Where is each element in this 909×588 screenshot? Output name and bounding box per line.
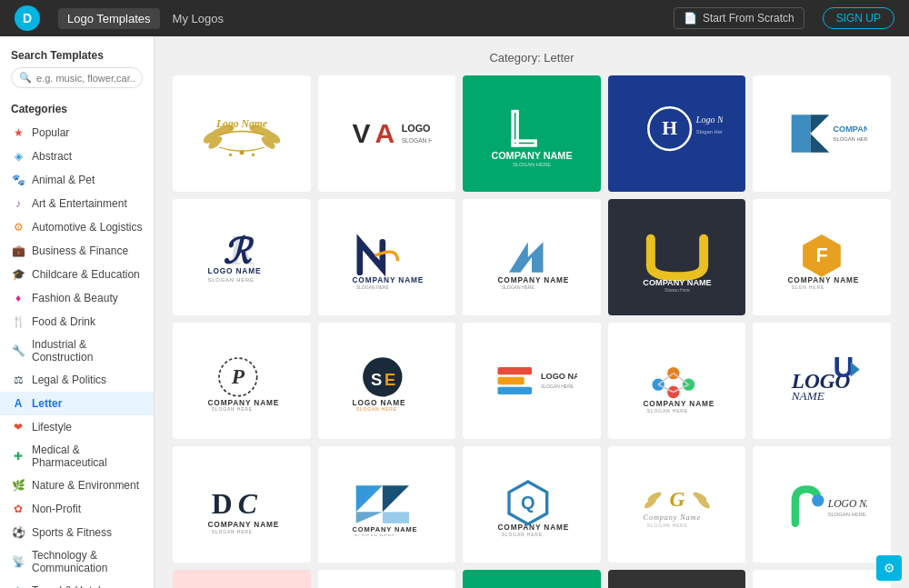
sidebar-item-legal---politics[interactable]: ⚖Legal & Politics [0, 368, 154, 392]
logo-card[interactable] [463, 570, 601, 588]
category-icon: ⚖ [11, 373, 25, 387]
sidebar-item-automotive---logistics[interactable]: ⚙Automotive & Logistics [0, 215, 154, 239]
logo-card[interactable]: V A LOGO NAME SLOGAN HERE [318, 75, 456, 192]
sidebar-item-art---entertainment[interactable]: ♪Art & Entertainment [0, 192, 154, 215]
svg-rect-55 [497, 387, 532, 394]
logo-card[interactable]: D C COMPANY NAME SLOGAN HERE [173, 446, 311, 563]
logo-card[interactable]: Q COMPANY NAME SLOGAN HERE [463, 446, 601, 563]
logo-card[interactable]: R ℛ LOGO NAME SLOGAN HERE [173, 199, 311, 315]
search-icon: 🔍 [19, 72, 32, 84]
sidebar-item-food---drink[interactable]: 🍴Food & Drink [0, 310, 154, 334]
logo-card[interactable] [753, 570, 891, 588]
svg-text:SLOGAN HERE: SLOGAN HERE [828, 512, 866, 517]
logo-card[interactable]: COMPANY NAME Slogan Here [608, 199, 746, 315]
header-nav: Logo Templates My Logos [58, 8, 233, 29]
logo-card[interactable]: F COMPANY NAME SLGN HERE [753, 199, 891, 315]
sidebar-item-fashion---beauty[interactable]: ♦Fashion & Beauty [0, 286, 154, 310]
sidebar-item-abstract[interactable]: ◈Abstract [0, 145, 154, 168]
sidebar-item-letter[interactable]: ALetter [0, 392, 154, 415]
start-from-scratch-button[interactable]: 📄 Start From Scratch [674, 7, 804, 29]
sidebar-item-animal---pet[interactable]: 🐾Animal & Pet [0, 168, 154, 192]
sidebar: Search Templates 🔍 Categories ★Popular◈A… [0, 36, 155, 588]
sidebar-item-medical---pharmaceutical[interactable]: ✚Medical & Pharmaceutical [0, 439, 154, 473]
svg-text:COMPANY NAME: COMPANY NAME [834, 125, 868, 134]
svg-text:F: F [816, 244, 828, 266]
sidebar-item-childcare---education[interactable]: 🎓Childcare & Education [0, 263, 154, 286]
svg-text:S: S [371, 370, 382, 389]
logo-card[interactable]: COMPANY NAME SLOGAN HERE [318, 199, 456, 315]
svg-marker-78 [356, 512, 383, 523]
sidebar-item-popular[interactable]: ★Popular [0, 121, 154, 145]
logo-card[interactable]: G Company Name SLOGAN HERE [608, 446, 746, 563]
signup-button[interactable]: SIGN UP [823, 7, 894, 29]
category-header: Category: Letter [173, 51, 891, 65]
nav-logo-templates[interactable]: Logo Templates [58, 8, 160, 29]
sidebar-item-sports---fitness[interactable]: ⚽Sports & Fitness [0, 521, 154, 544]
logo-card[interactable] [608, 570, 746, 588]
search-section: Search Templates 🔍 [0, 49, 154, 97]
category-icon: 🔧 [11, 344, 25, 358]
svg-text:SLGN HERE: SLGN HERE [792, 284, 824, 289]
category-icon: ⚙ [11, 220, 25, 234]
logo-card[interactable]: COMPANY NAME SLOGAN HERE [318, 446, 456, 563]
svg-point-9 [239, 150, 244, 154]
category-label: Automotive & Logistics [32, 221, 142, 234]
category-label: Travel & Hotel [32, 584, 101, 588]
svg-text:SLOGAN HERE: SLOGAN HERE [502, 532, 543, 536]
svg-text:Logo Name: Logo Name [215, 118, 267, 130]
svg-text:V: V [353, 118, 371, 148]
svg-text:LOGO NAME: LOGO NAME [827, 498, 867, 510]
sidebar-item-travel---hotel[interactable]: ✈Travel & Hotel [0, 579, 154, 588]
logo-card[interactable]: H Logo Name Slogan Here [608, 75, 746, 192]
document-icon: 📄 [684, 12, 697, 25]
settings-button[interactable]: ⚙ [876, 555, 902, 581]
svg-marker-76 [356, 485, 383, 512]
category-icon: ♦ [11, 291, 25, 305]
svg-text:SLOGAN HERE: SLOGAN HERE [834, 136, 868, 142]
logo-card[interactable] [173, 570, 311, 588]
logo-card[interactable]: Logo Name [173, 75, 311, 192]
logo-card[interactable]: COMPANY NAME SLOGAN HERE [463, 75, 601, 192]
category-label: Animal & Pet [32, 174, 95, 186]
svg-text:D: D [211, 488, 232, 520]
logo-card[interactable]: S E LOGO NAME SLOGAN HERE [318, 323, 456, 439]
sidebar-item-lifestyle[interactable]: ❤Lifestyle [0, 415, 154, 439]
category-icon: ✚ [11, 449, 25, 463]
logo-card[interactable]: COMPANY NAME SLOGAN HERE [608, 323, 746, 439]
search-input[interactable] [36, 73, 135, 84]
svg-text:C: C [238, 488, 258, 520]
svg-text:ℛ: ℛ [223, 233, 255, 271]
svg-point-93 [812, 494, 824, 506]
svg-text:LOGO NAME: LOGO NAME [541, 372, 577, 381]
logo-card[interactable]: P COMPANY NAME SLOGAN HERE [173, 323, 311, 439]
svg-marker-79 [383, 512, 409, 523]
logo-card[interactable]: LOGO NAME SLOGAN HERE [753, 446, 891, 563]
svg-text:COMPANY NAME: COMPANY NAME [497, 523, 569, 532]
category-icon: ❤ [11, 420, 25, 434]
svg-text:SLOGAN HERE: SLOGAN HERE [356, 406, 397, 412]
sidebar-item-technology---communication[interactable]: 📡Technology & Communication [0, 544, 154, 579]
app-logo[interactable]: D [15, 5, 40, 31]
logo-card[interactable]: COMPANY NAME SLOGAN HERE [753, 75, 891, 192]
logo-card[interactable] [318, 570, 456, 588]
svg-text:Logo Name: Logo Name [694, 115, 722, 125]
sidebar-item-industrial---construction[interactable]: 🔧Industrial & Construction [0, 334, 154, 368]
sidebar-item-nature---environment[interactable]: 🌿Nature & Environment [0, 473, 154, 497]
logo-card[interactable]: LOGO NAME SLOGAN HERE [463, 323, 601, 439]
category-label: Popular [32, 126, 69, 139]
category-icon: 💼 [11, 244, 25, 258]
category-icon: 🎓 [11, 267, 25, 282]
nav-my-logos[interactable]: My Logos [164, 8, 233, 29]
logo-card[interactable]: LOGO NAME U [753, 323, 891, 439]
sidebar-item-non-profit[interactable]: ✿Non-Profit [0, 497, 154, 521]
svg-text:SLOGAN HERE: SLOGAN HERE [402, 137, 432, 144]
category-label: Sports & Fitness [32, 526, 112, 539]
logo-card[interactable]: COMPANY NAME SLOGAN HERE [463, 199, 601, 315]
category-icon: 📡 [11, 554, 25, 569]
svg-text:COMPANY NAME: COMPANY NAME [643, 278, 711, 287]
category-icon: 🍴 [11, 314, 25, 329]
category-label: Letter [32, 397, 62, 410]
svg-text:COMPANY NAME: COMPANY NAME [353, 275, 425, 284]
category-label: Industrial & Construction [32, 338, 143, 364]
sidebar-item-business---finance[interactable]: 💼Business & Finance [0, 239, 154, 263]
